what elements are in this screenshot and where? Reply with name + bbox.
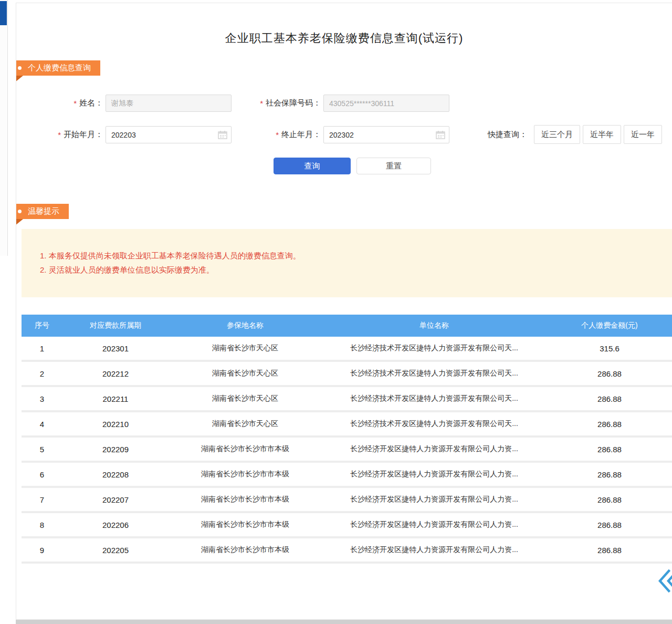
cell-period: 202206 — [62, 521, 169, 529]
cell-index: 4 — [22, 420, 62, 429]
cell-index: 1 — [22, 344, 62, 353]
cell-place: 湖南省长沙市长沙市市本级 — [169, 495, 322, 504]
quick-last-year-button[interactable]: 近一年 — [624, 125, 662, 144]
cell-period: 202212 — [62, 369, 169, 378]
required-asterisk: * — [276, 130, 279, 139]
table-row[interactable]: 2 202212 湖南省长沙市天心区 长沙经济技术开发区捷特人力资源开发有限公司… — [22, 362, 672, 387]
cell-period: 202211 — [62, 394, 169, 403]
section-header-personal-payment-query: 个人缴费信息查询 — [16, 60, 100, 76]
col-header-amount: 个人缴费金额(元) — [547, 321, 672, 330]
cell-period: 202205 — [62, 546, 169, 555]
table-row[interactable]: 4 202210 湖南省长沙市天心区 长沙经济技术开发区捷特人力资源开发有限公司… — [22, 412, 672, 438]
table-row[interactable]: 7 202207 湖南省长沙市长沙市市本级 长沙经济开发区捷特人力资源开发有限公… — [22, 488, 672, 513]
cell-period: 202301 — [62, 344, 169, 353]
cell-company: 长沙经济技术开发区捷特人力资源开发有限公司天... — [322, 369, 547, 378]
quick-last-3-months-button[interactable]: 近三个月 — [534, 125, 580, 144]
ribbon-fold — [16, 76, 23, 83]
cell-company: 长沙经济开发区捷特人力资源开发有限公司人力资... — [322, 545, 547, 555]
cell-index: 7 — [22, 495, 62, 504]
cell-index: 6 — [22, 470, 62, 479]
cell-index: 2 — [22, 369, 62, 378]
cell-index: 3 — [22, 394, 62, 403]
bullet-dot-icon — [18, 66, 22, 70]
cell-period: 202208 — [62, 470, 169, 479]
section-header-tips: 温馨提示 — [16, 204, 69, 219]
cell-company: 长沙经济技术开发区捷特人力资源开发有限公司天... — [322, 344, 547, 353]
double-chevron-left-icon[interactable] — [658, 569, 672, 593]
start-month-input[interactable] — [106, 126, 232, 143]
calendar-icon[interactable] — [218, 130, 227, 139]
sidebar-blue-tab[interactable] — [0, 1, 7, 25]
notice-line: 1. 本服务仅提供尚未领取企业职工基本养老保险待遇人员的缴费信息查询。 — [40, 248, 662, 263]
cell-company: 长沙经济技术开发区捷特人力资源开发有限公司天... — [322, 394, 547, 403]
cell-index: 5 — [22, 445, 62, 454]
cell-amount: 286.88 — [547, 521, 672, 529]
required-asterisk: * — [74, 99, 77, 108]
cell-amount: 286.88 — [547, 369, 672, 378]
required-asterisk: * — [58, 130, 61, 139]
payment-table: 序号 对应费款所属期 参保地名称 单位名称 个人缴费金额(元) 1 202301… — [22, 315, 672, 564]
col-header-index: 序号 — [22, 321, 62, 330]
ssn-field-group: *社会保障号码： — [237, 95, 449, 112]
table-row[interactable]: 6 202208 湖南省长沙市长沙市市本级 长沙经济开发区捷特人力资源开发有限公… — [22, 463, 672, 488]
cell-place: 湖南省长沙市天心区 — [169, 419, 322, 429]
cell-company: 长沙经济开发区捷特人力资源开发有限公司人力资... — [322, 444, 547, 454]
cell-amount: 286.88 — [547, 394, 672, 403]
quick-last-half-year-button[interactable]: 近半年 — [583, 125, 621, 144]
cell-amount: 286.88 — [547, 420, 672, 429]
cell-place: 湖南省长沙市长沙市市本级 — [169, 545, 322, 555]
start-month-label: 开始年月： — [64, 130, 103, 140]
col-header-company: 单位名称 — [322, 321, 547, 330]
bullet-dot-icon — [18, 210, 22, 213]
table-header-row: 序号 对应费款所属期 参保地名称 单位名称 个人缴费金额(元) — [22, 315, 672, 337]
main-panel: 企业职工基本养老保险缴费信息查询(试运行) 个人缴费信息查询 *姓名： *社会保… — [16, 3, 672, 620]
table-row[interactable]: 9 202205 湖南省长沙市长沙市市本级 长沙经济开发区捷特人力资源开发有限公… — [22, 538, 672, 564]
cell-company: 长沙经济开发区捷特人力资源开发有限公司人力资... — [322, 470, 547, 479]
page-bottom-strip — [16, 620, 672, 624]
required-asterisk: * — [260, 99, 263, 108]
collapsed-sidebar — [0, 0, 8, 256]
reset-button[interactable]: 重置 — [356, 158, 431, 174]
end-month-label: 终止年月： — [281, 130, 321, 140]
cell-place: 湖南省长沙市天心区 — [169, 344, 322, 353]
table-row[interactable]: 3 202211 湖南省长沙市天心区 长沙经济技术开发区捷特人力资源开发有限公司… — [22, 387, 672, 412]
page-title: 企业职工基本养老保险缴费信息查询(试运行) — [16, 30, 672, 46]
start-month-field-group: *开始年月： — [16, 126, 232, 143]
name-input[interactable] — [106, 95, 232, 112]
table-row[interactable]: 1 202301 湖南省长沙市天心区 长沙经济技术开发区捷特人力资源开发有限公司… — [22, 337, 672, 362]
ribbon-fold — [16, 219, 23, 226]
cell-index: 9 — [22, 546, 62, 555]
cell-index: 8 — [22, 521, 62, 529]
cell-amount: 286.88 — [547, 546, 672, 555]
cell-amount: 286.88 — [547, 445, 672, 454]
cell-period: 202209 — [62, 445, 169, 454]
cell-amount: 315.6 — [547, 344, 672, 353]
cell-period: 202210 — [62, 420, 169, 429]
cell-place: 湖南省长沙市长沙市市本级 — [169, 444, 322, 454]
cell-place: 湖南省长沙市长沙市市本级 — [169, 520, 322, 529]
cell-amount: 286.88 — [547, 470, 672, 479]
cell-company: 长沙经济技术开发区捷特人力资源开发有限公司天... — [322, 419, 547, 429]
section-header-label: 个人缴费信息查询 — [28, 63, 91, 73]
end-month-field-group: *终止年月： — [237, 126, 449, 143]
notice-line: 2. 灵活就业人员的缴费单位信息以实际缴费为准。 — [40, 263, 662, 277]
ssn-label: 社会保障号码： — [266, 98, 321, 108]
name-label: 姓名： — [79, 98, 103, 108]
ssn-input[interactable] — [323, 95, 449, 112]
table-row[interactable]: 5 202209 湖南省长沙市长沙市市本级 长沙经济开发区捷特人力资源开发有限公… — [22, 438, 672, 463]
calendar-icon[interactable] — [436, 130, 445, 139]
table-row[interactable]: 8 202206 湖南省长沙市长沙市市本级 长沙经济开发区捷特人力资源开发有限公… — [22, 513, 672, 538]
form-actions: 查询 重置 — [16, 158, 672, 174]
col-header-place: 参保地名称 — [169, 321, 322, 330]
notice-box: 1. 本服务仅提供尚未领取企业职工基本养老保险待遇人员的缴费信息查询。 2. 灵… — [22, 229, 672, 297]
query-button[interactable]: 查询 — [274, 158, 351, 174]
quick-query-group: 快捷查询： 近三个月 近半年 近一年 — [488, 125, 662, 144]
end-month-input[interactable] — [323, 126, 449, 143]
table-body: 1 202301 湖南省长沙市天心区 长沙经济技术开发区捷特人力资源开发有限公司… — [22, 337, 672, 564]
col-header-period: 对应费款所属期 — [62, 321, 169, 330]
cell-company: 长沙经济开发区捷特人力资源开发有限公司人力资... — [322, 495, 547, 504]
cell-place: 湖南省长沙市天心区 — [169, 394, 322, 403]
cell-amount: 286.88 — [547, 495, 672, 504]
cell-period: 202207 — [62, 495, 169, 504]
cell-company: 长沙经济开发区捷特人力资源开发有限公司人力资... — [322, 520, 547, 529]
